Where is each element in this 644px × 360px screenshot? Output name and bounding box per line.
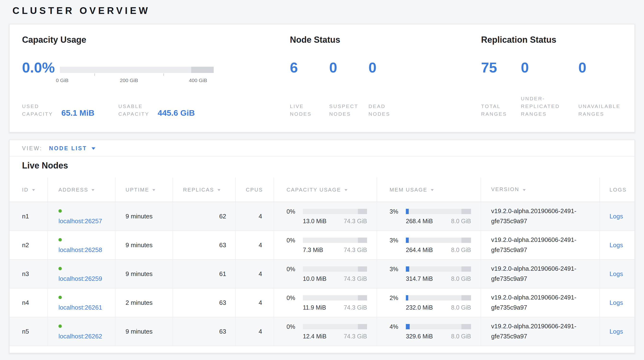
node-id: n3 [10,260,48,288]
node-address-cell: localhost:26257 [48,202,116,230]
live-nodes-count: 6 [290,60,329,75]
logs-link[interactable]: Logs [610,213,623,220]
node-health-dot [58,210,62,213]
mem-bar [406,209,471,214]
node-address-link[interactable]: localhost:26257 [58,217,102,224]
capacity-usage-cell: 0% 7.3 MiB74.3 GiB [274,231,377,259]
total-ranges-stat: 75 TOTAL RANGES [481,60,521,118]
node-status-stats: 6 LIVE NODES 0 SUSPECT NODES 0 DEAD NODE… [290,60,408,118]
node-id: n1 [10,202,48,230]
column-header-id[interactable]: ID [10,177,48,202]
node-health-dot [58,267,62,270]
under-replicated-stat: 0 UNDER-REPLICATED RANGES [521,60,578,118]
column-header-logs: LOGS [600,177,634,202]
logs-link[interactable]: Logs [610,328,623,335]
capacity-bar-track [60,67,214,73]
logs-cell: Logs [600,202,634,230]
node-cpus: 4 [236,317,274,345]
column-header-replicas[interactable]: REPLICAS [173,177,236,202]
used-capacity-label: USED CAPACITY [22,102,54,118]
table-row: n3 localhost:26259 9 minutes 61 4 0% 10.… [10,260,634,288]
mem-bar [406,324,471,329]
logs-cell: Logs [600,231,634,259]
capacity-bar-chart: 0 GiB 200 GiB 400 GiB [60,67,214,73]
node-uptime: 9 minutes [116,260,173,288]
mem-usage-cell: 3% 268.4 MiB8.0 GiB [377,202,481,230]
live-nodes-stat: 6 LIVE NODES [290,60,329,118]
table-row: n5 localhost:26262 9 minutes 63 4 0% 12.… [10,317,634,346]
node-uptime: 9 minutes [116,231,173,259]
node-health-dot [58,296,62,299]
node-version: v19.2.0-alpha.20190606-2491-gfe735c9a97 [481,317,600,345]
node-cpus: 4 [236,202,274,230]
mem-bar [406,295,471,300]
capacity-usage-title: Capacity Usage [22,35,86,45]
under-replicated-count: 0 [521,60,578,75]
capacity-usage-cell: 0% 13.0 MiB74.3 GiB [274,202,377,230]
node-address-link[interactable]: localhost:26259 [58,275,102,282]
node-uptime: 2 minutes [116,288,173,317]
node-replicas: 61 [173,260,236,288]
sort-desc-icon [522,189,526,191]
used-capacity-stat: USED CAPACITY 65.1 MiB [22,102,118,118]
axis-tick-label: 0 GiB [56,77,68,83]
live-nodes-label: LIVE NODES [290,102,329,118]
column-header-version[interactable]: VERSION [481,177,600,202]
mem-bar [406,238,471,243]
sort-desc-icon [344,189,348,191]
suspect-nodes-stat: 0 SUSPECT NODES [329,60,368,118]
replication-status-title: Replication Status [481,35,556,45]
node-cpus: 4 [236,260,274,288]
node-address-cell: localhost:26259 [48,260,116,288]
node-address-link[interactable]: localhost:26258 [58,246,102,253]
view-dropdown-value: NODE LIST [49,145,87,151]
column-header-mem-usage[interactable]: MEM USAGE [377,177,481,202]
under-replicated-label: UNDER-REPLICATED RANGES [521,95,578,118]
view-dropdown[interactable]: NODE LIST [49,145,95,151]
sort-desc-icon [92,189,95,191]
capacity-bar-endcap [192,67,214,73]
capacity-bar [303,209,367,214]
node-address-link[interactable]: localhost:26262 [58,332,102,340]
logs-link[interactable]: Logs [610,241,623,249]
node-address-cell: localhost:26261 [48,288,116,317]
cluster-overview-page: CLUSTER OVERVIEW Capacity Usage 0.0% 0 G… [0,0,644,360]
usable-capacity-value: 445.6 GiB [158,109,195,118]
logs-cell: Logs [600,288,634,317]
node-cpus: 4 [236,288,274,317]
mem-usage-cell: 2% 232.0 MiB8.0 GiB [377,288,481,317]
logs-cell: Logs [600,317,634,345]
axis-tick-label: 400 GiB [189,77,207,83]
node-address-link[interactable]: localhost:26261 [58,304,102,311]
logs-link[interactable]: Logs [610,299,623,306]
suspect-nodes-count: 0 [329,60,368,75]
logs-link[interactable]: Logs [610,270,623,277]
capacity-bar [303,238,367,243]
sort-desc-icon [32,189,35,191]
node-address-cell: localhost:26258 [48,231,116,259]
capacity-usage-section: Capacity Usage 0.0% 0 GiB 200 GiB 400 Gi… [22,25,283,132]
table-row: n1 localhost:26257 9 minutes 62 4 0% 13.… [10,202,634,231]
node-id: n2 [10,231,48,259]
node-replicas: 62 [173,202,236,230]
node-version: v19.2.0-alpha.20190606-2491-gfe735c9a97 [481,231,600,259]
axis-tick [94,73,95,76]
column-header-address[interactable]: ADDRESS [48,177,116,202]
clipped-next-row [10,346,634,353]
node-id: n4 [10,288,48,317]
mem-bar [406,266,471,272]
table-row: n2 localhost:26258 9 minutes 63 4 0% 7.3… [10,231,634,260]
node-status-title: Node Status [290,35,340,45]
capacity-percent: 0.0% [22,60,55,75]
capacity-stats: USED CAPACITY 65.1 MiB USABLE CAPACITY 4… [22,102,195,118]
view-bar: VIEW: NODE LIST [10,140,634,156]
column-header-uptime[interactable]: UPTIME [116,177,173,202]
node-id: n5 [10,317,48,345]
summary-card: Capacity Usage 0.0% 0 GiB 200 GiB 400 Gi… [9,24,635,132]
suspect-nodes-label: SUSPECT NODES [329,102,368,118]
dropdown-caret-icon [91,147,95,149]
column-header-capacity-usage[interactable]: CAPACITY USAGE [274,177,377,202]
mem-usage-cell: 3% 314.7 MiB8.0 GiB [377,260,481,288]
node-status-section: Node Status 6 LIVE NODES 0 SUSPECT NODES… [290,25,448,132]
page-title: CLUSTER OVERVIEW [12,5,150,16]
